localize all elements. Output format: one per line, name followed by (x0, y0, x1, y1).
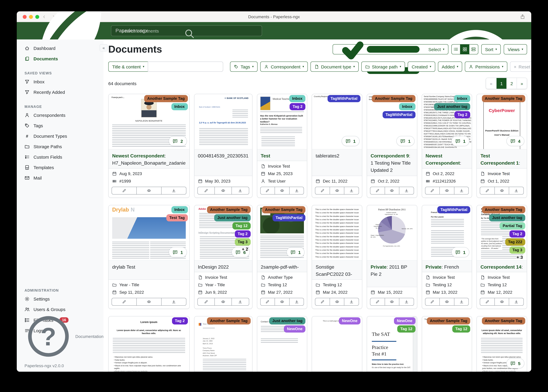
document-card[interactable]: ✳ BANK OF SCOTLANDBank of Scotland • 108… (194, 94, 252, 198)
filter-text-input[interactable] (148, 62, 223, 72)
view-mode-grid[interactable] (460, 44, 469, 54)
sort-button[interactable]: Sort ▾ (481, 44, 501, 54)
tag-pill-tag-2[interactable]: Tag 2 (454, 111, 470, 118)
document-title[interactable]: Test Correspondent 1: UM_PPBE_en_v29 (477, 149, 527, 168)
filter-tags-button[interactable]: Tags▾ (230, 62, 258, 72)
document-title[interactable]: Correspondent 9: 1 Testing New Title Upd… (367, 149, 417, 176)
preview-button[interactable] (384, 187, 399, 195)
pagination-first[interactable]: « (486, 78, 496, 89)
edit-button[interactable] (315, 187, 330, 195)
document-card[interactable]: This is a test for the double space char… (312, 205, 362, 309)
view-mode-details[interactable] (469, 44, 478, 54)
preview-button[interactable] (215, 187, 232, 195)
pagination-page-2[interactable]: 2 (506, 78, 517, 89)
document-card[interactable]: DrylabNInboxTest Tag1drylab TestYear - T… (108, 205, 189, 309)
download-button[interactable] (509, 298, 524, 306)
tag-pill-another-sample-tag[interactable]: Another Sample Tag (482, 317, 525, 324)
sidebar-item-dashboard[interactable]: Dashboard (17, 43, 103, 54)
document-card[interactable]: Patient BP Distribution 2011Isolated Sys… (367, 205, 417, 309)
edit-button[interactable] (260, 298, 275, 306)
document-card[interactable]: French Country BreadFor the LeavenTagWit… (422, 205, 472, 309)
filter-correspondent-button[interactable]: Correspondent▾ (260, 62, 308, 72)
comments-badge[interactable]: 5 (506, 358, 524, 368)
preview-button[interactable] (494, 187, 509, 195)
preview-button[interactable] (137, 298, 162, 306)
comments-badge[interactable]: 1 (451, 136, 469, 146)
preview-button[interactable] (330, 187, 345, 195)
tag-pill-just-another-tag[interactable]: Just another tag (489, 214, 525, 221)
tag-pill-tagwithpartial[interactable]: TagWithPartial (382, 111, 415, 118)
document-card[interactable]: Review of Arbitral Awards shows swift Re… (477, 205, 527, 309)
edit-button[interactable] (425, 298, 440, 306)
tag-pill-newone[interactable]: NewOne (284, 325, 306, 333)
sidebar-item-storage-paths[interactable]: Storage Paths (17, 141, 103, 152)
tag-pill-tag-2[interactable]: Tag 2 (172, 317, 188, 324)
preview-button[interactable] (384, 298, 399, 306)
download-button[interactable] (454, 187, 469, 195)
document-card[interactable]: Lorem ipsumLorem ipsum dolor sit amet, c… (477, 316, 527, 372)
document-title[interactable]: 2sample-pdf-with-images (257, 260, 307, 272)
tag-pill-tag-2[interactable]: Tag 2 (235, 230, 251, 238)
preview-button[interactable] (274, 298, 289, 306)
document-thumbnail[interactable]: This is a multi page document. Page 1. (312, 316, 362, 372)
document-title[interactable]: Private: French Country Bread Revised.do… (422, 260, 472, 272)
tag-pill-just-another-tag[interactable]: Just another tag (214, 214, 251, 221)
tag-pill-another-sample-tag[interactable]: Another Sample Tag (427, 317, 470, 324)
edit-button[interactable] (315, 298, 330, 306)
edit-button[interactable] (480, 298, 495, 306)
select-button[interactable]: Select ▾ (333, 44, 448, 54)
document-card[interactable]: AdobeInDesign Scripting DocumentationAno… (194, 205, 252, 309)
tag-pill-another-sample-tag[interactable]: Another Sample Tag (262, 206, 306, 213)
download-button[interactable] (289, 298, 304, 306)
sidebar-item-custom-fields[interactable]: Custom Fields (17, 152, 103, 162)
tag-pill-newone[interactable]: NewOne (339, 317, 361, 324)
document-thumbnail[interactable]: Test NameJanuary 2, 2022 July 14, 1984 A… (194, 316, 252, 372)
sidebar-item-tags[interactable]: Tags (17, 120, 103, 131)
preview-button[interactable] (215, 298, 232, 306)
tag-pill-inbox[interactable]: Inbox (454, 95, 470, 102)
download-button[interactable] (232, 187, 249, 195)
pagination-last[interactable]: » (517, 78, 527, 89)
sidebar-item-templates[interactable]: Templates (17, 162, 103, 173)
document-card[interactable]: Test NameJanuary 2, 2022 July 14, 1984 A… (194, 316, 252, 372)
tag-pill-another-sample-tag[interactable]: Another Sample Tag (482, 206, 525, 213)
document-card[interactable]: Lorem ipsumLorem ipsum dolor sit amet, c… (108, 316, 189, 372)
preview-button[interactable] (137, 187, 162, 195)
tag-pill-just-another-tag[interactable]: Just another tag (269, 317, 305, 324)
comments-badge[interactable]: 1 (287, 247, 305, 257)
sidebar-item-recently-added[interactable]: Recently Added (17, 87, 103, 98)
views-button[interactable]: Views ▾ (504, 44, 527, 54)
sidebar-item-documents[interactable]: Documents (17, 54, 103, 64)
edit-button[interactable] (425, 187, 440, 195)
sidebar-item-inbox[interactable]: Inbox (17, 77, 103, 87)
tag-pill-another-sample-tag[interactable]: Another Sample Tag (144, 95, 188, 102)
tag-pill-inbox[interactable]: Inbox (399, 103, 415, 110)
sidebar-item-correspondents[interactable]: Correspondents (17, 110, 103, 120)
download-button[interactable] (454, 298, 469, 306)
document-thumbnail[interactable]: ✳ BANK OF SCOTLANDBank of Scotland • 108… (194, 94, 252, 149)
tag-pill-tag-3[interactable]: Tag 3 (509, 246, 525, 254)
preview-button[interactable] (440, 187, 454, 195)
sidebar-item-documentation[interactable]: ? Documentation (17, 311, 103, 362)
edit-button[interactable] (112, 298, 137, 306)
document-title[interactable]: Newest Correspondent: Sample100.csv (422, 149, 472, 168)
document-title[interactable]: drylab Test (108, 260, 189, 279)
tag-pill-newone[interactable]: NewOne (394, 317, 415, 324)
edit-button[interactable] (370, 298, 385, 306)
sidebar-item-settings[interactable]: Settings (17, 294, 103, 304)
tag-pill-another-sample-tag[interactable]: Another Sample Tag (207, 206, 251, 213)
filter-created-button[interactable]: Created▾ (408, 62, 435, 72)
document-title[interactable]: Test Correspondent 1: [paperless] test p… (257, 149, 307, 161)
download-button[interactable] (509, 187, 524, 195)
comments-badge[interactable]: 1 (169, 247, 187, 257)
filter-storage-path-button[interactable]: Storage path▾ (361, 62, 405, 72)
reset-filters-button[interactable]: × Reset filters (510, 62, 531, 72)
tag-pill-tagwithpartial[interactable]: TagWithPartial (328, 95, 361, 102)
document-title[interactable]: 0004814539_20230531 (194, 149, 252, 176)
download-button[interactable] (344, 298, 359, 306)
tag-pill-tag-2[interactable]: Tag 2 (509, 230, 525, 238)
tag-pill-partial-tag[interactable]: Partial Tag (500, 222, 525, 230)
tag-pill-tag-3[interactable]: Tag 3 (235, 238, 251, 245)
edit-button[interactable] (480, 187, 495, 195)
preview-button[interactable] (494, 298, 509, 306)
